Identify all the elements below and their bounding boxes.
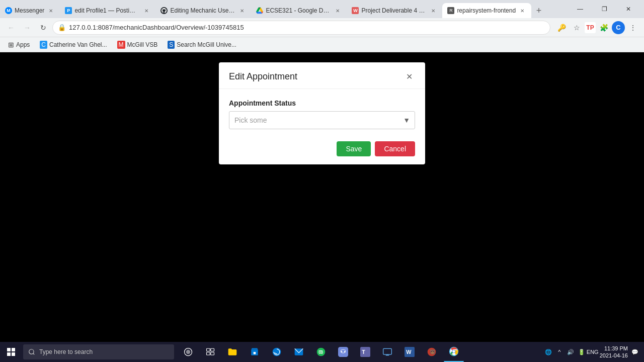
bookmark-mcgill-label: McGill VSB bbox=[127, 41, 158, 48]
forward-button[interactable]: → bbox=[20, 21, 34, 35]
teams-icon[interactable]: T bbox=[355, 342, 375, 362]
key-icon[interactable]: 🔑 bbox=[554, 21, 569, 35]
svg-rect-7 bbox=[207, 348, 210, 351]
taskbar: Type here to search bbox=[0, 342, 644, 362]
taskbar-search-text: Type here to search bbox=[39, 348, 93, 355]
toolbar-icons: 🔑 ☆ TP 🧩 C ⋮ bbox=[554, 21, 640, 35]
tab-close-postimages[interactable]: ✕ bbox=[142, 7, 150, 15]
word-icon[interactable]: W bbox=[399, 342, 420, 362]
tab-favicon-github bbox=[160, 7, 168, 14]
minimize-button[interactable]: — bbox=[569, 2, 592, 17]
volume-icon[interactable]: 🔊 bbox=[566, 347, 576, 357]
bookmark-searchmcgill-label: Search McGill Unive... bbox=[177, 41, 236, 48]
address-bar: ← → ↻ 🔒 127.0.0.1:8087/mechanicDashboard… bbox=[0, 18, 644, 37]
bookmark-catherine-label: Catherine Van Ghel... bbox=[49, 41, 107, 48]
appointment-status-label: Appointment Status bbox=[229, 99, 415, 107]
title-bar: M Messenger ✕ P edit Profile1 — Postimag… bbox=[0, 0, 644, 18]
tab-postimages[interactable]: P edit Profile1 — Postimages ✕ bbox=[60, 3, 155, 18]
svg-rect-12 bbox=[254, 352, 256, 354]
language-indicator[interactable]: ENG bbox=[588, 347, 598, 357]
file-explorer-icon[interactable] bbox=[222, 342, 243, 362]
svg-text:W: W bbox=[406, 349, 412, 355]
store-icon[interactable] bbox=[245, 342, 265, 362]
start-button[interactable] bbox=[0, 342, 22, 362]
bookmark-mcgill[interactable]: M McGill VSB bbox=[113, 39, 162, 50]
tab-label-messenger: Messenger bbox=[15, 7, 44, 14]
svg-rect-19 bbox=[383, 348, 392, 354]
battery-icon[interactable]: 🔋 bbox=[577, 347, 587, 357]
modal-overlay: Edit Appointment ✕ Appointment Status Pi… bbox=[0, 52, 644, 362]
spotify-icon[interactable] bbox=[311, 342, 331, 362]
tab-github[interactable]: Editing Mechanic Use - McG... ✕ bbox=[155, 3, 251, 18]
chevron-up-icon[interactable]: ^ bbox=[554, 347, 565, 357]
puzzle-icon[interactable]: 🧩 bbox=[597, 21, 611, 35]
bookmark-searchmcgill-icon: S bbox=[168, 41, 175, 49]
taskbar-clock[interactable]: 11:39 PM 2021-04-16 bbox=[600, 345, 628, 359]
tab-close-winteam[interactable]: ✕ bbox=[429, 7, 437, 15]
cortana-icon[interactable] bbox=[178, 342, 198, 362]
notification-icon[interactable]: 💬 bbox=[630, 347, 640, 357]
svg-rect-8 bbox=[211, 348, 214, 351]
bookmark-search-mcgill[interactable]: S Search McGill Unive... bbox=[164, 39, 240, 50]
tab-label-winteam: Project Deliverable 4 - Wint... bbox=[361, 7, 427, 14]
systray: 🌐 ^ 🔊 🔋 ENG bbox=[543, 347, 598, 357]
edit-appointment-modal: Edit Appointment ✕ Appointment Status Pi… bbox=[219, 62, 425, 164]
tab-close-github[interactable]: ✕ bbox=[238, 7, 246, 15]
taskbar-search-box[interactable]: Type here to search bbox=[23, 344, 174, 359]
profile-icon[interactable]: C bbox=[612, 21, 625, 34]
svg-point-4 bbox=[29, 349, 34, 354]
new-tab-button[interactable]: + bbox=[531, 3, 546, 18]
svg-point-6 bbox=[186, 350, 190, 354]
chrome-taskbar-icon[interactable] bbox=[444, 342, 464, 362]
tab-label-repair: repairsystem-frontend bbox=[457, 7, 516, 14]
modal-close-button[interactable]: ✕ bbox=[403, 70, 415, 82]
tab-label-github: Editing Mechanic Use - McG... bbox=[170, 7, 235, 14]
svg-point-27 bbox=[453, 350, 455, 353]
tab-close-repair[interactable]: ✕ bbox=[518, 7, 526, 15]
tab-winteam[interactable]: W Project Deliverable 4 - Wint... ✕ bbox=[347, 3, 442, 18]
url-bar[interactable]: 🔒 127.0.0.1:8087/mechanicDashboard/Overv… bbox=[52, 21, 550, 35]
apps-icon: ⊞ bbox=[8, 41, 14, 49]
save-button[interactable]: Save bbox=[337, 141, 371, 156]
browser-frame: M Messenger ✕ P edit Profile1 — Postimag… bbox=[0, 0, 644, 362]
discord-icon[interactable] bbox=[333, 342, 353, 362]
close-button[interactable]: ✕ bbox=[617, 2, 640, 17]
tab-favicon-repair: R bbox=[447, 7, 454, 14]
svg-text:🐻: 🐻 bbox=[430, 349, 436, 355]
tab-repair[interactable]: R repairsystem-frontend ✕ bbox=[442, 3, 531, 18]
tab-messenger[interactable]: M Messenger ✕ bbox=[0, 3, 60, 18]
svg-rect-0 bbox=[7, 348, 11, 351]
bookmark-mcgill-icon: M bbox=[117, 41, 125, 49]
tab-close-gdrive[interactable]: ✕ bbox=[334, 7, 342, 15]
bookmark-apps-label: Apps bbox=[16, 41, 30, 48]
svg-rect-10 bbox=[211, 352, 214, 355]
edge-icon[interactable] bbox=[267, 342, 287, 362]
remote-desktop-icon[interactable] bbox=[377, 342, 397, 362]
taskbar-right: 🌐 ^ 🔊 🔋 ENG 11:39 PM 2021-04-16 💬 bbox=[543, 345, 644, 359]
tp-icon[interactable]: TP bbox=[585, 22, 596, 33]
appointment-status-select[interactable]: Pick some Pending InProgress Completed C… bbox=[229, 111, 415, 129]
svg-rect-16 bbox=[338, 347, 348, 357]
bookmarks-bar: ⊞ Apps C Catherine Van Ghel... M McGill … bbox=[0, 37, 644, 52]
mail-icon[interactable] bbox=[289, 342, 309, 362]
menu-icon[interactable]: ⋮ bbox=[626, 21, 640, 35]
network-icon[interactable]: 🌐 bbox=[543, 347, 553, 357]
tab-close-messenger[interactable]: ✕ bbox=[47, 7, 55, 15]
bookmark-catherine[interactable]: C Catherine Van Ghel... bbox=[36, 39, 111, 50]
task-view-icon[interactable] bbox=[200, 342, 220, 362]
taskbar-date-text: 2021-04-16 bbox=[600, 352, 628, 359]
lock-icon: 🔒 bbox=[58, 24, 66, 31]
star-icon[interactable]: ☆ bbox=[570, 21, 584, 35]
tab-label-gdrive: ECSE321 - Google Drive bbox=[266, 7, 331, 14]
tab-favicon-messenger: M bbox=[5, 7, 12, 14]
maximize-button[interactable]: ❐ bbox=[593, 2, 616, 17]
bear-icon[interactable]: 🐻 bbox=[422, 342, 442, 362]
cancel-button[interactable]: Cancel bbox=[375, 141, 415, 156]
modal-footer: Save Cancel bbox=[219, 137, 425, 164]
bookmark-apps[interactable]: ⊞ Apps bbox=[4, 39, 34, 50]
taskbar-time-text: 11:39 PM bbox=[600, 345, 628, 352]
refresh-button[interactable]: ↻ bbox=[36, 21, 50, 35]
back-button[interactable]: ← bbox=[4, 21, 18, 35]
svg-rect-1 bbox=[12, 348, 15, 351]
tab-gdrive[interactable]: ECSE321 - Google Drive ✕ bbox=[251, 3, 347, 18]
